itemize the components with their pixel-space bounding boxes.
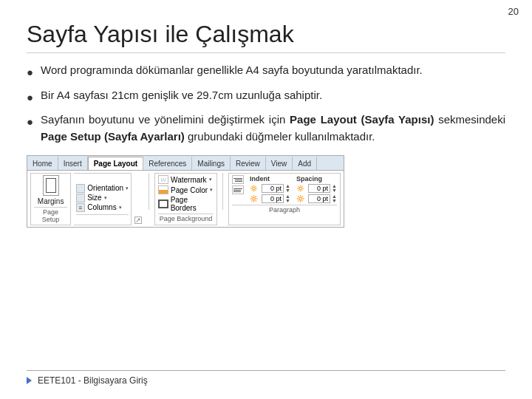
footer: EETE101 - Bilgisayara Giriş [27,370,505,386]
bullet-text-2: Bir A4 sayfası 21cm genişlik ve 29.7cm u… [41,87,322,104]
list-item: ● Sayfanın boyutunu ve yönelimini değişt… [27,112,505,145]
page-setup-buttons: Orientation ▾ Size ▾ ≡ Columns ▾ [74,173,132,225]
page-borders-icon [158,200,168,208]
page-color-button: Page Color ▾ [158,185,214,194]
paragraph-label: Paragraph [232,205,337,214]
columns-icon: ≡ [76,203,85,212]
spacing-after-arrows: ▲ ▼ [332,194,337,203]
down-arrow-4: ▼ [332,199,337,203]
watermark-arrow: ▾ [209,177,212,183]
down-arrow: ▼ [285,188,290,193]
spacing-label: Spacing [296,175,337,183]
columns-button: ≡ Columns ▾ [76,203,129,212]
bullet-icon: ● [27,64,33,81]
list-item: ● Word programında dökümanlar genellikle… [27,62,505,81]
watermark-button: W Watermark ▾ [158,175,214,184]
indent-icon-2 [232,185,244,194]
tab-view: View [266,157,293,170]
paragraph-group: Indent 🔅 0 pt ▲ ▼ 🔆 0 pt [228,173,341,225]
page-color-arrow: ▾ [210,187,213,193]
slide-title: Sayfa Yapısı ile Çalışmak [27,21,505,53]
page-borders-label: Page Borders [171,196,214,212]
ribbon-tabs: Home Insert Page Layout References Maili… [27,156,344,171]
page-color-label: Page Color [171,186,208,194]
margins-group: Margins Page Setup [30,173,71,225]
indent-icon-1 [232,175,244,184]
bullet-icon: ● [27,114,33,131]
tab-review: Review [231,157,266,170]
size-button: Size ▾ [76,194,129,202]
right-label: 🔆 [250,195,260,202]
down-arrow-3: ▼ [332,188,337,193]
down-arrow-2: ▼ [285,199,290,203]
indent-icons [232,175,244,203]
ribbon-body: Margins Page Setup Orientation ▾ Size ▾ … [27,171,344,227]
spacing-after-row: 🔆 0 pt ▲ ▼ [296,194,337,203]
watermark-icon: W [158,175,168,184]
bullet-text-3: Sayfanın boyutunu ve yönelimini değiştir… [41,112,505,145]
spacing-before-value: 0 pt [308,184,330,193]
indent-left-row: 🔅 0 pt ▲ ▼ [250,184,290,193]
size-arrow: ▾ [104,195,107,201]
page-color-icon [158,185,168,194]
ribbon-screenshot: Home Insert Page Layout References Maili… [27,155,344,228]
bullet-list: ● Word programında dökümanlar genellikle… [27,62,505,145]
after-label: 🔆 [296,195,307,202]
indent-right-row: 🔆 0 pt ▲ ▼ [250,194,290,203]
page-setup-label: Page Setup [34,207,67,223]
page-background-group: W Watermark ▾ Page Color ▾ Page Borders … [154,173,217,225]
indent-right-value: 0 pt [262,194,284,203]
spacing-before-row: 🔅 0 pt ▲ ▼ [296,184,337,193]
columns-arrow: ▾ [119,205,122,211]
tab-mailings: Mailings [192,157,231,170]
page-background-label: Page Background [158,214,214,222]
bullet-text-1: Word programında dökümanlar genellikle A… [41,62,423,79]
orientation-label: Orientation [87,184,123,192]
left-label: 🔅 [250,185,260,192]
margins-icon [43,175,59,196]
tab-add: Add [293,157,317,170]
bullet-icon: ● [27,89,33,106]
indent-spinners: Indent 🔅 0 pt ▲ ▼ 🔆 0 pt [250,175,290,203]
indent-right-arrows: ▲ ▼ [285,194,290,203]
list-item: ● Bir A4 sayfası 21cm genişlik ve 29.7cm… [27,87,505,106]
page-borders-button: Page Borders [158,196,214,212]
orientation-button: Orientation ▾ [76,184,129,193]
size-icon [76,194,85,202]
indent-left-arrows: ▲ ▼ [285,184,290,193]
tab-insert: Insert [58,157,88,170]
indent-left-value: 0 pt [262,184,284,193]
indent-label: Indent [250,175,290,183]
tab-references: References [143,157,192,170]
spacing-before-arrows: ▲ ▼ [332,184,337,193]
indent-spacing-row: Indent 🔅 0 pt ▲ ▼ 🔆 0 pt [232,175,337,203]
orientation-icon [76,184,85,193]
footer-course: EETE101 - Bilgisayara Giriş [38,375,148,386]
size-label: Size [87,194,101,202]
watermark-label: Watermark [171,176,207,184]
tab-home: Home [27,157,58,170]
margins-label: Margins [38,197,64,205]
columns-label: Columns [87,203,116,211]
orientation-arrow: ▾ [126,185,129,191]
divider-2 [222,173,223,210]
before-label: 🔅 [296,185,307,192]
play-arrow-icon [27,377,32,384]
page-number: 20 [508,6,519,17]
spacing-after-value: 0 pt [308,194,330,203]
tab-page-layout: Page Layout [88,157,143,170]
page-setup-expand: ↗ [134,173,143,225]
spacing-spinners: Spacing 🔅 0 pt ▲ ▼ 🔆 0 pt [296,175,337,203]
divider-1 [149,173,149,210]
